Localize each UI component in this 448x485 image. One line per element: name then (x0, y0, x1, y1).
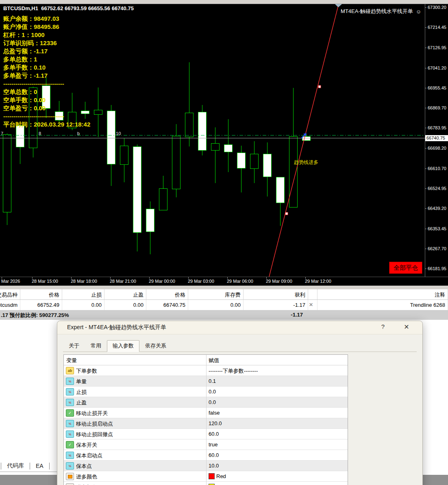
price-axis-label: 66181.95 (428, 266, 446, 271)
column-header[interactable]: 库存费 (188, 289, 244, 299)
column-header[interactable]: 止盈 (104, 289, 146, 299)
parameters-table: 变量 赋值 ab下单参数--------下单参数--------½单量0.1½止… (63, 354, 348, 485)
column-header[interactable]: 注释 (318, 289, 448, 299)
dialog-close-button[interactable]: ✕ (401, 323, 412, 332)
dialog-tab-关于[interactable]: 关于 (63, 340, 85, 352)
dialog-help-button[interactable]: ? (378, 323, 388, 332)
overlay-info-line: 订单识别码：12336 (3, 39, 90, 47)
panel-border-strip (0, 286, 448, 289)
param-name: 单量 (76, 378, 87, 385)
price-axis-label: 67300.20 (428, 5, 446, 10)
param-row[interactable]: 进多颜色Red (64, 471, 348, 482)
param-type-num-icon: ½ (66, 388, 74, 395)
param-value[interactable]: true (209, 441, 217, 448)
margin-ratio-label: .17 预付款比例: 590277.25% (1, 312, 69, 319)
tab-separator (49, 463, 50, 470)
price-axis-tick (425, 168, 426, 169)
price-axis-label: 66610.70 (428, 166, 446, 171)
trendline-handle[interactable] (285, 212, 288, 215)
time-axis[interactable]: Mar 202628 Mar 15:0028 Mar 18:0028 Mar 2… (0, 277, 448, 286)
column-divider (206, 355, 207, 485)
param-row[interactable]: ½保本启动点60.0 (64, 450, 348, 461)
param-row[interactable]: ab下单参数--------下单参数-------- (64, 365, 348, 376)
close-order-icon[interactable]: ✕ (308, 300, 318, 310)
param-value[interactable]: Red (209, 473, 226, 479)
column-header[interactable]: 价格 (146, 289, 188, 299)
param-name: 移动止损启动点 (76, 420, 113, 428)
dialog-tab-依存关系[interactable]: 依存关系 (139, 340, 172, 352)
param-type-color-icon (66, 473, 74, 480)
param-row[interactable]: ✓保本开关true (64, 439, 348, 450)
param-row[interactable]: ½移动止损回撤点60.0 (64, 429, 348, 439)
price-axis-label: 67041.20 (428, 66, 446, 70)
dialog-tab-输入参数[interactable]: 输入参数 (107, 340, 139, 352)
param-value[interactable]: 0.0 (209, 399, 216, 405)
price-axis-label: 66267.70 (428, 246, 446, 251)
param-name: 保本点 (76, 463, 92, 470)
param-row[interactable]: ½保本点10.0 (64, 461, 348, 471)
dialog-title: Expert - MT4EA-触碰趋势线水平线开单 (67, 324, 166, 331)
price-axis-label: 66783.95 (428, 125, 446, 130)
variable-column-header: 变量 (66, 357, 77, 364)
param-value-text: 120.0 (209, 420, 222, 426)
ea-name-label: MT4EA-触碰趋势线水平线开单 (341, 8, 413, 15)
toolbox-tab-bar: 代码库EA (0, 460, 50, 472)
trade-table-header: 交易品种价格止损止盈价格库存费获利注释 (0, 289, 448, 300)
param-value[interactable]: 0.0 (209, 389, 216, 395)
param-row[interactable]: ½移动止损启动点120.0 (64, 418, 348, 429)
overlay-info-line: 账户净值：98495.86 (3, 23, 90, 31)
ea-title-row: MT4EA-触碰趋势线水平线开单 ☺ (341, 8, 421, 15)
param-row[interactable]: ½止损0.0 (64, 387, 348, 397)
price-axis-tick (425, 48, 426, 48)
overlay-info-line: 平台时间：2026.03.29 12:18:42 (3, 120, 90, 129)
overlay-info-line: 杠杆：1：1000 (3, 31, 90, 39)
param-name: 止损 (76, 389, 87, 396)
param-row[interactable]: 进空颜色Yellow (64, 482, 348, 485)
account-info-overlay: 账户余额：98497.03账户净值：98495.86杠杆：1：1000订单识别码… (3, 15, 90, 129)
param-value[interactable]: 120.0 (209, 420, 222, 426)
column-header[interactable]: 止损 (62, 289, 104, 299)
overlay-info-line: 空单盈亏：0.00 (3, 104, 90, 112)
param-row[interactable]: ✓移动止损开关false (64, 408, 348, 418)
time-axis-label: 29 Mar 12:00 (305, 279, 331, 284)
param-name: 下单参数 (76, 367, 97, 375)
param-type-num-icon: ½ (66, 399, 74, 406)
param-row[interactable]: ½止盈0.0 (64, 397, 348, 408)
time-axis-label: 29 Mar 03:00 (188, 279, 214, 284)
param-value[interactable]: 60.0 (209, 431, 219, 437)
toolbox-tab-EA[interactable]: EA (31, 462, 48, 470)
time-axis-label: 28 Mar 18:00 (71, 279, 97, 284)
price-axis-tick (425, 229, 426, 229)
param-value-text: Red (216, 473, 226, 479)
column-header[interactable]: 交易品种 (0, 289, 20, 299)
param-row[interactable]: ½单量0.1 (64, 376, 348, 387)
column-header[interactable]: 价格 (20, 289, 62, 299)
trendline-handle[interactable] (318, 85, 321, 88)
param-value-text: 10.0 (209, 463, 219, 469)
param-value-text: false (209, 410, 220, 416)
red-trendline[interactable] (269, 4, 339, 277)
dialog-tab-常用[interactable]: 常用 (85, 340, 107, 352)
param-value[interactable]: --------下单参数-------- (209, 367, 258, 375)
price-axis-tick (425, 68, 426, 68)
overlay-info-line: 空单总数：0 (3, 88, 90, 96)
toolbox-tab-代码库[interactable]: 代码库 (2, 461, 29, 470)
param-name: 止盈 (76, 399, 87, 406)
column-header[interactable]: 获利 (244, 289, 308, 299)
chart-panel: 趋势线进多 78b.10 全部平仓 66740.75 BTCUSDm,H1 66… (0, 4, 448, 277)
param-value[interactable]: 60.0 (209, 452, 219, 458)
dialog-tab-bar: 关于常用输入参数依存关系 (63, 340, 417, 352)
cell-value: 0.00 (62, 300, 104, 310)
column-header[interactable] (308, 289, 318, 299)
trade-table-row[interactable]: btcusdm66752.490.000.0066740.750.00-1.17… (0, 300, 448, 310)
toolbox-divider (0, 472, 57, 472)
param-value[interactable]: 10.0 (209, 463, 219, 469)
param-value-text: 0.0 (209, 399, 216, 405)
param-value-text: 0.0 (209, 389, 216, 395)
param-value[interactable]: 0.1 (209, 378, 216, 384)
tab-separator (1, 463, 1, 470)
close-all-button[interactable]: 全部平仓 (389, 262, 422, 274)
account-status-bar: .17 预付款比例: 590277.25% -1.17 (0, 310, 448, 320)
dialog-title-bar[interactable]: Expert - MT4EA-触碰趋势线水平线开单 ? ✕ (57, 321, 422, 334)
param-value[interactable]: false (209, 410, 220, 416)
